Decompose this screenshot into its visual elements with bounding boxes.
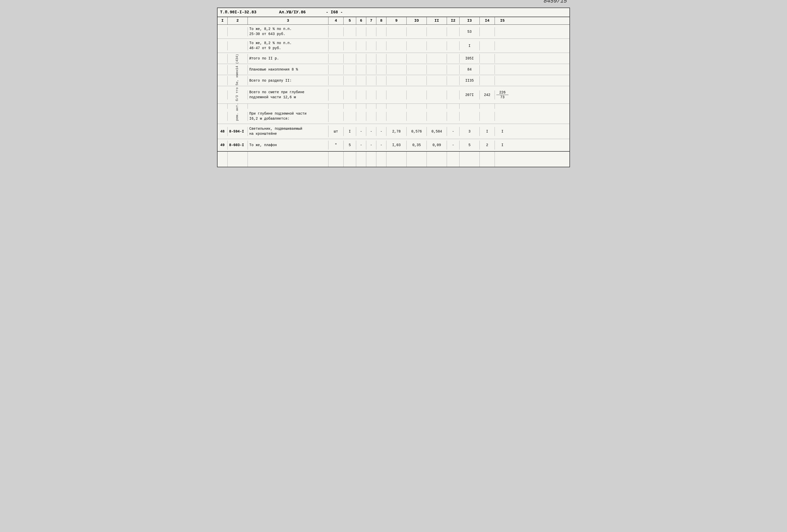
cell-6-12: [447, 90, 460, 99]
cell-6-11: [427, 90, 447, 99]
cell-1-9: [386, 27, 407, 36]
page-container: 8459/15 рем. акт. б/3 тго 5е, кмен14 (43…: [217, 7, 570, 167]
cell-3-6: [356, 54, 366, 63]
col-header-12: I2: [447, 17, 460, 24]
cell-1-1: [217, 27, 228, 36]
table-row: При глубине подземной части I6,2 м добав…: [217, 109, 570, 124]
cell-8-7: -: [366, 127, 376, 136]
cell-6-7: [366, 90, 376, 99]
cell-2-6: [356, 41, 366, 50]
cell-4-7: [366, 65, 376, 74]
cell-8-2: 8-594-I: [228, 127, 248, 136]
table-row: Всего по смете при глубине подземной час…: [217, 86, 570, 104]
cell-1-8: [376, 27, 386, 36]
cell-5-3: Всего по разделу II:: [248, 76, 328, 85]
cell-4-6: [356, 65, 366, 74]
cell-9-10: 0,35: [407, 140, 427, 150]
cell-3-3: Итого по II р.: [248, 54, 328, 63]
cell-9-13: 5: [460, 140, 480, 150]
cell-5-13: II35: [460, 76, 480, 85]
header-row: Т.П.90I-I-32.83 Ал.УШ/IУ.86 - I68 -: [217, 8, 570, 17]
cell-9-8: -: [376, 140, 386, 150]
cell-2-9: [386, 41, 407, 50]
cell-9-12: -: [447, 140, 460, 150]
cell-5-12: [447, 76, 460, 85]
cell-3-7: [366, 54, 376, 63]
cell-8-5: I: [344, 127, 356, 136]
cell-7-9: [386, 112, 407, 121]
cell-1-13: 53: [460, 27, 480, 36]
cell-7-7: [366, 112, 376, 121]
cell-8-14: I: [480, 127, 495, 136]
col-header-8: 8: [376, 17, 386, 24]
cell-4-12: [447, 65, 460, 74]
cell-7-13: [460, 112, 480, 121]
cell-5-5: [344, 76, 356, 85]
col-header-5: 5: [344, 17, 356, 24]
cell-2-5: [344, 41, 356, 50]
cell-2-8: [376, 41, 386, 50]
cell-6-5: [344, 90, 356, 99]
cell-7-10: [407, 112, 427, 121]
cell-9-14: 2: [480, 140, 495, 150]
cell-9-7: -: [366, 140, 376, 150]
cell-7-8: [376, 112, 386, 121]
cell-7-11: [427, 112, 447, 121]
cell-5-8: [376, 76, 386, 85]
col-header-9: 9: [386, 17, 407, 24]
cell-3-14: [480, 54, 495, 63]
cell-9-2: 8-603-I: [228, 140, 248, 150]
cell-1-11: [427, 27, 447, 36]
col-header-3: 3: [248, 17, 328, 24]
cell-5-6: [356, 76, 366, 85]
cell-1-6: [356, 27, 366, 36]
cell-7-4: [328, 112, 344, 121]
cell-2-1: [217, 41, 228, 50]
cell-2-11: [427, 41, 447, 50]
cell-6-3: Всего по смете при глубине подземной час…: [248, 89, 328, 101]
col-header-11: II: [427, 17, 447, 24]
table-row: То же, 8,2 % по п.п. 46-47 от 9 руб. I: [217, 39, 570, 53]
cell-2-15: [495, 41, 510, 50]
side-label: рем. акт. б/3 тго 5е, кмен14 (434): [235, 54, 239, 121]
cell-2-14: [480, 41, 495, 50]
cell-4-10: [407, 65, 427, 74]
cell-9-3: То же, плафон: [248, 140, 328, 150]
cell-5-1: [217, 76, 228, 85]
cell-3-10: [407, 54, 427, 63]
cell-6-4: [328, 90, 344, 99]
cell-4-1: [217, 65, 228, 74]
cell-3-9: [386, 54, 407, 63]
column-headers: I 2 3 4 5 6 7 8 9 IO II I2 I3 I4 I5: [217, 17, 570, 25]
cell-2-4: [328, 41, 344, 50]
cell-7-14: [480, 112, 495, 121]
cell-5-7: [366, 76, 376, 85]
table-row: Итого по II р. I05I: [217, 53, 570, 64]
page-num: - I68 -: [326, 10, 343, 15]
cell-1-3: То же, 8,2 % по п.п. 25-30 от 643 руб.: [248, 26, 328, 38]
cell-8-11: 0,584: [427, 127, 447, 136]
cell-4-8: [376, 65, 386, 74]
cell-1-2: [228, 27, 248, 36]
col-header-10: IO: [407, 17, 427, 24]
table-row: Всего по разделу II: II35: [217, 75, 570, 86]
cell-4-11: [427, 65, 447, 74]
cell-6-1: [217, 90, 228, 99]
cell-7-6: [356, 112, 366, 121]
cell-7-3: При глубине подземной части I6,2 м добав…: [248, 110, 328, 122]
col-header-6: 6: [356, 17, 366, 24]
cell-5-11: [427, 76, 447, 85]
cell-7-1: [217, 112, 228, 121]
table-row: 48 8-594-I Светильник, подвешиваемый на …: [217, 124, 570, 139]
cell-3-15: [495, 54, 510, 63]
col-header-13: I3: [460, 17, 480, 24]
table-row: Плановые накопления 8 % 84: [217, 64, 570, 75]
cell-6-15: 226 73: [495, 89, 510, 100]
col-header-1: I: [217, 17, 228, 24]
cell-2-13: I: [460, 41, 480, 50]
cell-9-5: 5: [344, 140, 356, 150]
cell-4-9: [386, 65, 407, 74]
cell-7-5: [344, 112, 356, 121]
col-header-2: 2: [228, 17, 248, 24]
cell-2-2: [228, 41, 248, 50]
